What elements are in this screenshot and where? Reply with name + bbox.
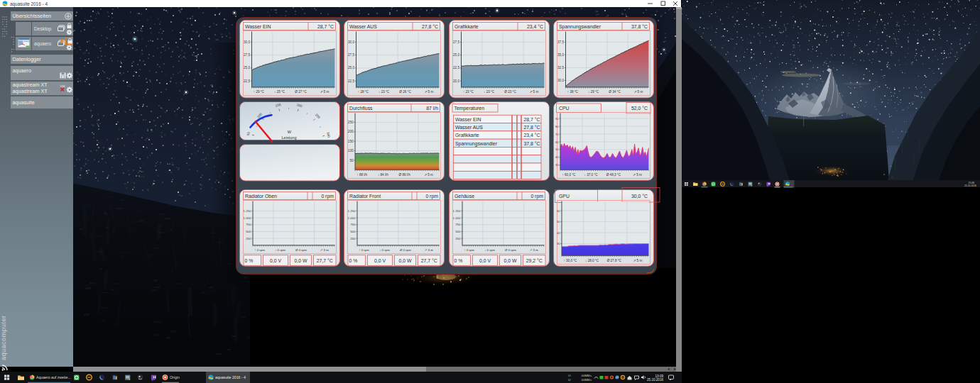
svg-text:30,0: 30,0 — [244, 40, 250, 44]
svg-text:USB: USB — [60, 85, 66, 88]
svg-text:Übersichtsseiten: Übersichtsseiten — [13, 13, 52, 19]
svg-text:0,0 V: 0,0 V — [479, 258, 491, 263]
svg-text:27,8 °C: 27,8 °C — [422, 24, 438, 29]
svg-text:32,5: 32,5 — [557, 66, 564, 70]
svg-text:35,0: 35,0 — [557, 53, 564, 57]
svg-text:O:: O: — [568, 374, 571, 377]
svg-text:Datenlogger: Datenlogger — [13, 56, 42, 62]
svg-text:50: 50 — [555, 148, 559, 152]
svg-text:Desktop: Desktop — [34, 26, 52, 32]
svg-text:↓ 0 rpm: ↓ 0 rpm — [275, 249, 285, 252]
svg-text:200: 200 — [348, 131, 354, 134]
svg-text:Ø 86 l/h: Ø 86 l/h — [399, 173, 411, 177]
svg-text:↑ 23 °C: ↑ 23 °C — [462, 90, 474, 94]
svg-text:23,4 °C: 23,4 °C — [523, 133, 540, 138]
svg-text:Durchfluss: Durchfluss — [349, 106, 373, 111]
svg-text:0 rpm: 0 rpm — [530, 194, 543, 199]
svg-text:0 rpm: 0 rpm — [426, 194, 439, 199]
svg-text:13:09: 13:09 — [655, 374, 664, 378]
svg-text:Temperaturen: Temperaturen — [454, 106, 484, 112]
svg-text:28,7 °C: 28,7 °C — [317, 24, 334, 29]
svg-text:↗ 5 m: ↗ 5 m — [633, 259, 642, 262]
svg-text:↗ 5 m: ↗ 5 m — [425, 90, 434, 94]
svg-text:27,8 °C: 27,8 °C — [523, 125, 540, 130]
svg-text:Radiator Front: Radiator Front — [349, 194, 381, 199]
svg-text:00MB/s: 00MB/s — [582, 378, 592, 382]
svg-text:0,0 W: 0,0 W — [503, 258, 516, 263]
svg-text:Ø 34 °C: Ø 34 °C — [609, 90, 621, 94]
svg-text:30,0: 30,0 — [348, 40, 354, 44]
svg-text:↗ 5 m: ↗ 5 m — [529, 90, 538, 94]
svg-text:↓ 28,0 °C: ↓ 28,0 °C — [585, 259, 599, 262]
svg-text:aquacomputer: aquacomputer — [0, 315, 7, 360]
svg-text:27,7 °C: 27,7 °C — [421, 258, 437, 263]
svg-text:250: 250 — [246, 237, 251, 240]
svg-text:30: 30 — [557, 243, 560, 246]
svg-text:0 %: 0 % — [349, 258, 358, 263]
svg-text:Grafikkarte: Grafikkarte — [454, 24, 479, 29]
svg-text:↓ 25 °C: ↓ 25 °C — [274, 90, 285, 94]
svg-text:↓ 0 rpm: ↓ 0 rpm — [379, 249, 390, 252]
svg-text:Ø 23 °C: Ø 23 °C — [504, 90, 516, 94]
svg-text:25.10.2016: 25.10.2016 — [647, 378, 663, 382]
svg-text:25,0: 25,0 — [453, 53, 459, 57]
svg-text:Ø 27,8 °C: Ø 27,8 °C — [607, 259, 622, 262]
svg-text:1.000: 1.000 — [452, 216, 461, 220]
svg-text:Ø 48,3 °C: Ø 48,3 °C — [606, 173, 621, 177]
svg-text:40: 40 — [555, 156, 559, 160]
svg-text:Grafikkarte: Grafikkarte — [455, 133, 479, 138]
svg-text:1.250: 1.250 — [244, 209, 252, 213]
svg-text:20,0: 20,0 — [453, 79, 459, 83]
svg-text:Ø 26 °C: Ø 26 °C — [400, 90, 412, 94]
svg-text:30,0: 30,0 — [557, 79, 564, 82]
svg-text:↗ 3 m: ↗ 3 m — [425, 249, 434, 252]
svg-text:750: 750 — [246, 223, 251, 227]
svg-text:Wasser AUS: Wasser AUS — [455, 125, 483, 130]
svg-text:↓ 84 l/h: ↓ 84 l/h — [378, 173, 388, 177]
svg-text:↓ 29 °C: ↓ 29 °C — [588, 90, 599, 94]
svg-text:Aquaero auf zweite...: Aquaero auf zweite... — [36, 375, 71, 379]
svg-text:↑ 60,0 °C: ↑ 60,0 °C — [562, 173, 576, 177]
svg-text:500: 500 — [455, 230, 461, 233]
svg-text:↓ 23 °C: ↓ 23 °C — [484, 90, 495, 94]
svg-text:U:: U: — [568, 378, 571, 382]
svg-text:↓ 23 °C: ↓ 23 °C — [379, 90, 390, 94]
svg-text:1.000: 1.000 — [244, 216, 252, 220]
svg-text:25,0: 25,0 — [348, 66, 354, 70]
svg-text:Ø 0 rpm: Ø 0 rpm — [505, 249, 516, 252]
svg-text:aquastream XT: aquastream XT — [13, 82, 48, 88]
svg-text:27,5: 27,5 — [348, 53, 354, 57]
svg-text:37,5: 37,5 — [557, 40, 564, 44]
svg-text:0 %: 0 % — [245, 258, 254, 263]
svg-text:aquaero: aquaero — [13, 67, 31, 74]
svg-text:90: 90 — [555, 117, 559, 121]
svg-text:37,8 °C: 37,8 °C — [523, 141, 540, 146]
svg-text:aquasuite 2016 - 4: aquasuite 2016 - 4 — [215, 375, 246, 379]
svg-text:250: 250 — [455, 237, 461, 240]
svg-text:0,0 V: 0,0 V — [270, 258, 281, 263]
svg-text:52,0 °C: 52,0 °C — [631, 106, 648, 111]
svg-text:↑ 0 rpm: ↑ 0 rpm — [359, 249, 370, 252]
svg-text:27,5: 27,5 — [453, 40, 459, 44]
svg-text:29,2 °C: 29,2 °C — [526, 258, 542, 263]
svg-text:60: 60 — [555, 140, 559, 144]
svg-text:↗ 5 m: ↗ 5 m — [633, 173, 642, 177]
svg-text:Spannungswandler: Spannungswandler — [455, 141, 498, 147]
svg-text:500: 500 — [350, 230, 356, 233]
svg-text:Radiator Oben: Radiator Oben — [245, 194, 277, 199]
svg-text:↑ 0 rpm: ↑ 0 rpm — [254, 249, 265, 252]
svg-text:100: 100 — [348, 150, 354, 153]
svg-text:Ø 0 rpm: Ø 0 rpm — [400, 249, 411, 252]
svg-text:W: W — [288, 130, 292, 134]
svg-text:aquastream XT: aquastream XT — [13, 88, 48, 94]
svg-text:70: 70 — [555, 133, 559, 136]
svg-text:Ø 0 rpm: Ø 0 rpm — [295, 249, 307, 252]
svg-text:aquaero: aquaero — [34, 41, 52, 47]
svg-text:30: 30 — [555, 164, 559, 167]
svg-text:aquasuite 2016 - 4: aquasuite 2016 - 4 — [10, 1, 48, 7]
svg-text:0 rpm: 0 rpm — [321, 194, 334, 199]
svg-text:↗ 5 m: ↗ 5 m — [320, 90, 329, 94]
svg-text:↑ 28 °C: ↑ 28 °C — [358, 90, 369, 94]
svg-text:↗ 3 m: ↗ 3 m — [529, 249, 538, 252]
svg-text:750: 750 — [455, 223, 461, 227]
